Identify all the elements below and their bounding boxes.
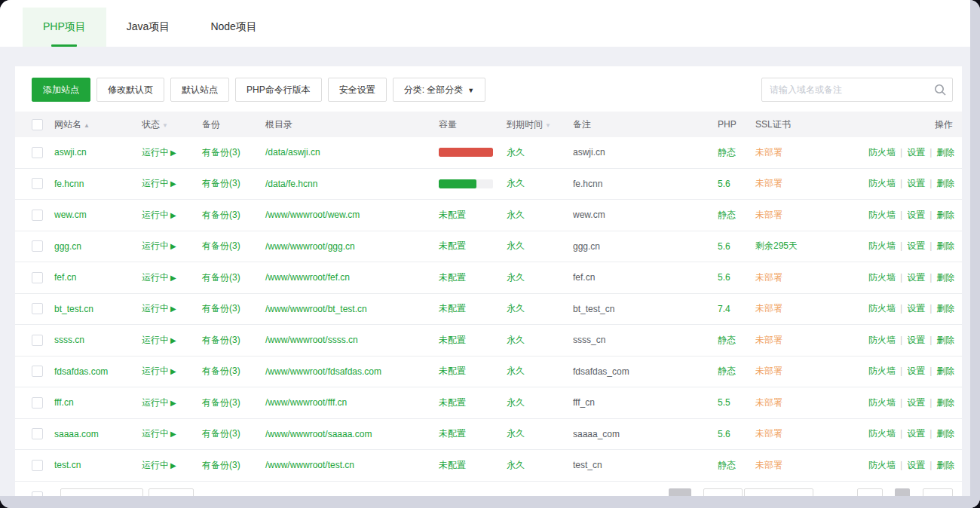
site-name-link[interactable]: wew.cm [54,210,142,220]
site-status[interactable]: 运行中▶ [142,396,202,409]
header-status[interactable]: 状态▼ [142,118,202,131]
settings-action-link[interactable]: 设置 [907,240,925,251]
tab-node-projects[interactable]: Node项目 [190,8,277,47]
expire-time[interactable]: 永久 [507,396,573,409]
firewall-action-link[interactable]: 防火墙 [868,397,896,408]
site-status[interactable]: 运行中▶ [142,334,202,347]
site-status[interactable]: 运行中▶ [142,240,202,252]
search-icon[interactable] [933,83,947,96]
ssl-status-link[interactable]: 未部署 [755,209,868,222]
capacity-cell[interactable]: 未配置 [439,459,507,472]
row-checkbox[interactable] [32,397,43,409]
row-checkbox[interactable] [32,147,43,158]
expire-time[interactable]: 永久 [507,365,573,378]
row-checkbox[interactable] [32,178,43,189]
settings-action-link[interactable]: 设置 [907,366,925,376]
pagination-next-button[interactable] [703,488,743,497]
tab-java-projects[interactable]: Java项目 [106,8,191,47]
ssl-status-link[interactable]: 剩余295天 [755,240,868,252]
backup-link[interactable]: 有备份(3) [202,209,265,222]
page-jump-input[interactable] [857,488,883,497]
ssl-status-link[interactable]: 未部署 [755,302,868,315]
site-name-link[interactable]: aswji.cn [54,147,142,158]
delete-action-link[interactable]: 删除 [936,428,954,439]
backup-link[interactable]: 有备份(3) [202,334,265,347]
expire-time[interactable]: 永久 [507,302,573,315]
remark-text[interactable]: fe.hcnn [573,179,718,189]
php-version[interactable]: 静态 [718,334,755,347]
site-status[interactable]: 运行中▶ [142,177,202,190]
firewall-action-link[interactable]: 防火墙 [868,240,896,251]
backup-link[interactable]: 有备份(3) [202,177,265,190]
expire-time[interactable]: 永久 [507,459,573,472]
row-checkbox[interactable] [32,366,43,377]
remark-text[interactable]: test_cn [573,460,718,470]
expire-time[interactable]: 永久 [507,334,573,347]
firewall-action-link[interactable]: 防火墙 [868,272,896,283]
php-version[interactable]: 静态 [718,209,755,222]
root-dir-link[interactable]: /www/wwwroot/fff.cn [265,397,439,408]
delete-action-link[interactable]: 删除 [936,147,954,158]
site-status[interactable]: 运行中▶ [142,271,202,284]
settings-action-link[interactable]: 设置 [907,210,925,220]
php-version[interactable]: 静态 [718,459,755,472]
site-name-link[interactable]: test.cn [54,460,142,470]
firewall-action-link[interactable]: 防火墙 [868,210,896,220]
settings-action-link[interactable]: 设置 [907,178,925,188]
capacity-cell[interactable]: 未配置 [439,334,507,347]
settings-action-link[interactable]: 设置 [907,460,925,470]
settings-action-link[interactable]: 设置 [907,335,925,345]
expire-time[interactable]: 永久 [507,240,573,252]
site-name-link[interactable]: fff.cn [54,397,142,408]
settings-action-link[interactable]: 设置 [907,428,925,439]
site-name-link[interactable]: ggg.cn [54,241,142,252]
ssl-status-link[interactable]: 未部署 [755,365,868,378]
site-status[interactable]: 运行中▶ [142,209,202,222]
delete-action-link[interactable]: 删除 [936,272,954,283]
header-expire-time[interactable]: 到期时间▼ [507,118,573,131]
site-status[interactable]: 运行中▶ [142,427,202,440]
delete-action-link[interactable]: 删除 [936,335,954,345]
default-site-button[interactable]: 默认站点 [170,78,229,102]
delete-action-link[interactable]: 删除 [936,303,954,314]
row-checkbox[interactable] [32,303,43,314]
root-dir-link[interactable]: /www/wwwroot/fef.cn [265,272,439,283]
remark-text[interactable]: wew.cm [573,210,718,220]
capacity-cell[interactable]: 未配置 [439,365,507,378]
remark-text[interactable]: ggg.cn [573,241,718,252]
settings-action-link[interactable]: 设置 [907,147,925,158]
ssl-status-link[interactable]: 未部署 [755,334,868,347]
backup-link[interactable]: 有备份(3) [202,146,265,159]
row-checkbox[interactable] [32,428,43,439]
backup-link[interactable]: 有备份(3) [202,365,265,378]
row-checkbox[interactable] [32,335,43,346]
ssl-status-link[interactable]: 未部署 [755,177,868,190]
firewall-action-link[interactable]: 防火墙 [868,303,896,314]
ssl-status-link[interactable]: 未部署 [755,427,868,440]
root-dir-link[interactable]: /www/wwwroot/bt_test.cn [265,304,439,314]
site-name-link[interactable]: fe.hcnn [54,179,142,189]
search-input[interactable] [761,78,953,102]
backup-link[interactable]: 有备份(3) [202,240,265,252]
capacity-cell[interactable]: 未配置 [439,396,507,409]
backup-link[interactable]: 有备份(3) [202,396,265,409]
root-dir-link[interactable]: /www/wwwroot/ssss.cn [265,335,439,345]
site-status[interactable]: 运行中▶ [142,146,202,159]
header-site-name[interactable]: 网站名▲ [54,118,142,131]
capacity-cell[interactable]: 未配置 [439,302,507,315]
category-filter-dropdown[interactable]: 分类: 全部分类▼ [393,78,486,102]
delete-action-link[interactable]: 删除 [936,240,954,251]
batch-action-select[interactable] [60,488,143,497]
firewall-action-link[interactable]: 防火墙 [868,147,896,158]
modify-default-page-button[interactable]: 修改默认页 [96,78,164,102]
settings-action-link[interactable]: 设置 [907,272,925,283]
select-all-checkbox[interactable] [32,119,43,130]
remark-text[interactable]: ssss_cn [573,335,718,345]
backup-link[interactable]: 有备份(3) [202,271,265,284]
row-checkbox[interactable] [32,210,43,221]
security-settings-button[interactable]: 安全设置 [328,78,387,102]
pagination-end-button[interactable] [923,488,953,497]
site-status[interactable]: 运行中▶ [142,365,202,378]
firewall-action-link[interactable]: 防火墙 [868,428,896,439]
page-jump-confirm-button[interactable] [895,488,910,497]
